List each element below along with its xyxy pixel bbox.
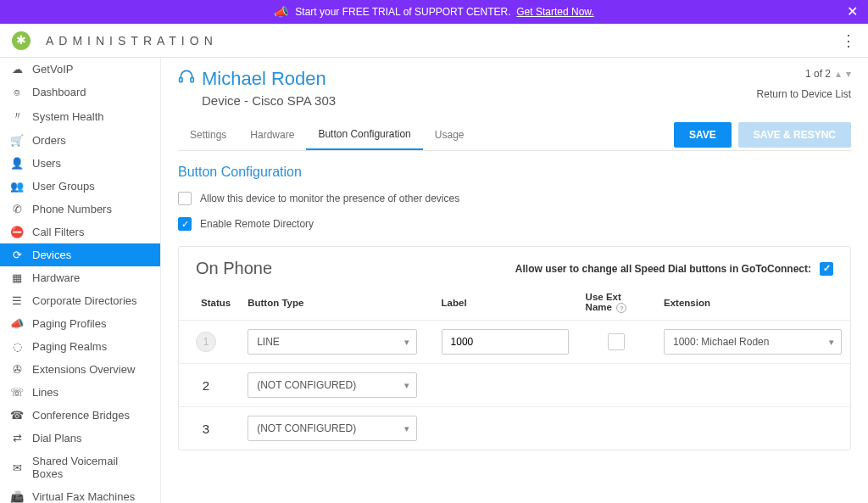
logo-icon[interactable]: [12, 31, 31, 50]
extension-select[interactable]: 1000: Michael Roden: [664, 329, 842, 355]
sidebar-item-label: Extensions Overview: [32, 363, 135, 376]
sidebar-item-label: Paging Realms: [32, 340, 107, 353]
megaphone-icon: 📣: [274, 5, 288, 19]
sidebar-item-users[interactable]: 👤Users: [0, 152, 160, 175]
sidebar-item-shared-voicemail-boxes[interactable]: ✉Shared Voicemail Boxes: [0, 450, 160, 485]
sidebar-item-label: GetVoIP: [32, 63, 73, 75]
row-status-badge: 3: [196, 418, 216, 439]
enable-remote-checkbox[interactable]: ✓: [178, 217, 192, 231]
tab-button-config[interactable]: Button Configuration: [306, 120, 422, 150]
tab-settings[interactable]: Settings: [178, 120, 238, 149]
trial-banner: 📣 Start your FREE TRIAL of SUPPORT CENTE…: [0, 0, 868, 24]
sidebar-item-paging-profiles[interactable]: 📣Paging Profiles: [0, 312, 160, 335]
sidebar-item-label: Paging Profiles: [32, 317, 106, 330]
sidebar-item-lines[interactable]: ☏Lines: [0, 381, 160, 404]
col-label: Label: [433, 285, 577, 321]
close-icon[interactable]: ✕: [847, 3, 858, 20]
sidebar-item-label: Conference Bridges: [32, 409, 130, 422]
headset-icon: [178, 68, 195, 90]
sidebar-item-phone-numbers[interactable]: ✆Phone Numbers: [0, 198, 160, 221]
col-extension: Extension: [655, 285, 850, 321]
orders-icon: 🛒: [10, 134, 24, 147]
sidebar-item-system-health[interactable]: 〃System Health: [0, 103, 160, 129]
table-row: 3 (NOT CONFIGURED): [179, 407, 850, 450]
table-row: 1 LINE 1000: Michael Roden: [179, 321, 850, 364]
on-phone-card: On Phone Allow user to change all Speed …: [178, 246, 851, 450]
label-input[interactable]: [442, 329, 569, 355]
row-status-badge: 1: [196, 332, 216, 352]
sidebar-item-label: Shared Voicemail Boxes: [32, 455, 150, 480]
sidebar-item-label: System Health: [32, 110, 104, 123]
user-groups-icon: 👥: [10, 180, 24, 193]
tabbar: Settings Hardware Button Configuration U…: [178, 120, 851, 151]
sidebar[interactable]: ☁GetVoIP⌾Dashboard〃System Health🛒Orders👤…: [0, 58, 160, 503]
lines-icon: ☏: [10, 386, 24, 399]
pager-next-icon[interactable]: ▾: [846, 68, 851, 80]
col-status: Status: [179, 285, 239, 321]
paging-profiles-icon: 📣: [10, 317, 24, 330]
user-heading: Michael Roden: [178, 68, 757, 90]
button-type-select[interactable]: LINE: [248, 329, 417, 355]
help-icon[interactable]: ?: [616, 303, 626, 313]
allow-speed-dial-label: Allow user to change all Speed Dial butt…: [515, 263, 811, 275]
devices-icon: ⟳: [10, 249, 24, 261]
allow-speed-dial-checkbox[interactable]: ✓: [820, 262, 833, 276]
button-type-select[interactable]: (NOT CONFIGURED): [248, 372, 417, 398]
sidebar-item-getvoip[interactable]: ☁GetVoIP: [0, 58, 160, 81]
paging-realms-icon: ◌: [10, 340, 24, 353]
sidebar-item-label: Users: [32, 157, 61, 170]
corporate-directories-icon: ☰: [10, 294, 24, 307]
sidebar-item-user-groups[interactable]: 👥User Groups: [0, 175, 160, 198]
sidebar-item-conference-bridges[interactable]: ☎Conference Bridges: [0, 404, 160, 427]
allow-monitor-checkbox[interactable]: [178, 192, 192, 205]
sidebar-item-paging-realms[interactable]: ◌Paging Realms: [0, 335, 160, 358]
shared-voicemail-boxes-icon: ✉: [10, 461, 24, 474]
sidebar-item-orders[interactable]: 🛒Orders: [0, 129, 160, 152]
save-button[interactable]: SAVE: [674, 122, 732, 148]
sidebar-item-dashboard[interactable]: ⌾Dashboard: [0, 81, 160, 103]
return-link[interactable]: Return to Device List: [757, 88, 851, 100]
sidebar-item-extensions-overview[interactable]: ✇Extensions Overview: [0, 358, 160, 381]
use-ext-checkbox[interactable]: [608, 333, 625, 350]
save-resync-button: SAVE & RESYNC: [738, 122, 851, 148]
sidebar-item-corporate-directories[interactable]: ☰Corporate Directories: [0, 289, 160, 312]
banner-link[interactable]: Get Started Now.: [516, 6, 593, 18]
card-title: On Phone: [196, 259, 272, 278]
tab-usage[interactable]: Usage: [423, 120, 476, 149]
sidebar-item-label: Corporate Directories: [32, 294, 137, 307]
allow-monitor-label: Allow this device to monitor the presenc…: [200, 193, 459, 204]
pager-text: 1 of 2: [805, 68, 831, 80]
col-use-ext: Use Ext Name ?: [577, 285, 655, 321]
sidebar-item-label: Phone Numbers: [32, 203, 112, 215]
virtual-fax-machines-icon: 📠: [10, 490, 24, 503]
content: Michael Roden Device - Cisco SPA 303 1 o…: [161, 58, 868, 503]
svg-rect-1: [191, 78, 193, 82]
sidebar-item-devices[interactable]: ⟳Devices: [0, 243, 160, 266]
sidebar-item-label: Virtual Fax Machines: [32, 490, 135, 503]
user-name: Michael Roden: [202, 68, 326, 90]
svg-rect-0: [180, 78, 182, 82]
col-button-type: Button Type: [239, 285, 432, 321]
section-title: Button Configuration: [178, 165, 851, 180]
sidebar-item-label: Call Filters: [32, 226, 84, 238]
sidebar-item-dial-plans[interactable]: ⇄Dial Plans: [0, 427, 160, 450]
button-type-select[interactable]: (NOT CONFIGURED): [248, 416, 417, 441]
sidebar-item-label: User Groups: [32, 180, 95, 193]
menu-dots-icon[interactable]: ⋮: [841, 31, 856, 50]
enable-remote-label: Enable Remote Directory: [200, 218, 314, 230]
sidebar-item-label: Dashboard: [32, 86, 86, 98]
sidebar-item-hardware[interactable]: ▦Hardware: [0, 266, 160, 289]
extensions-overview-icon: ✇: [10, 363, 24, 376]
header: ADMINISTRATION ⋮: [0, 24, 868, 58]
conference-bridges-icon: ☎: [10, 409, 24, 422]
tab-hardware[interactable]: Hardware: [238, 120, 306, 149]
sidebar-item-label: Dial Plans: [32, 432, 82, 444]
row-status-badge: 2: [196, 375, 216, 395]
app-title: ADMINISTRATION: [46, 34, 218, 48]
sidebar-item-call-filters[interactable]: ⛔Call Filters: [0, 221, 160, 243]
pager-prev-icon[interactable]: ▴: [836, 68, 841, 80]
sidebar-item-label: Hardware: [32, 271, 80, 284]
device-subtitle: Device - Cisco SPA 303: [178, 93, 757, 108]
sidebar-item-label: Devices: [32, 249, 71, 261]
sidebar-item-virtual-fax-machines[interactable]: 📠Virtual Fax Machines: [0, 485, 160, 503]
